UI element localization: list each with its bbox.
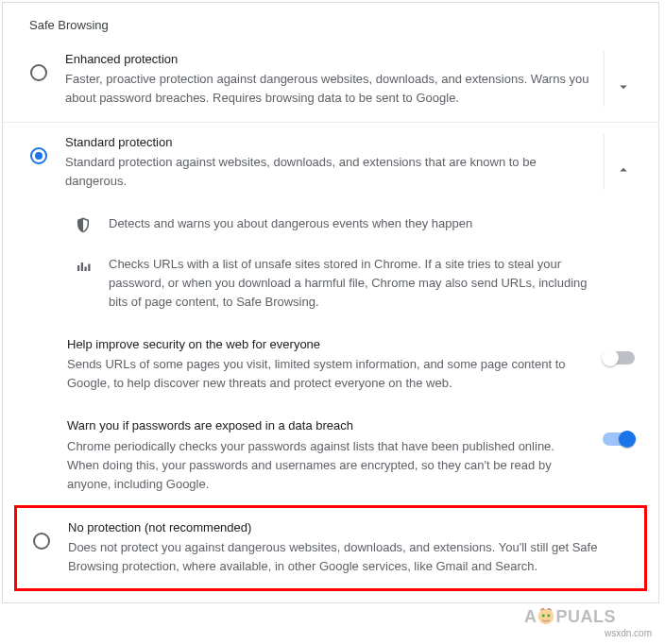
shield-icon (71, 214, 95, 233)
svg-rect-0 (77, 265, 79, 271)
detail-bars: Checks URLs with a list of unsafe sites … (3, 246, 658, 323)
chevron-down-icon[interactable] (615, 78, 632, 95)
help-title: Help improve security on the web for eve… (67, 336, 588, 353)
radio-wrap (24, 134, 54, 164)
sub-text-col: Warn you if passwords are exposed in a d… (67, 417, 598, 494)
chevron-up-icon[interactable] (615, 161, 632, 178)
radio-no-protection[interactable] (33, 533, 50, 550)
expand-enhanced-col (604, 51, 641, 107)
brand-watermark: A PUALS (524, 606, 616, 627)
toggle-col (598, 336, 639, 364)
svg-rect-1 (81, 263, 83, 271)
option-body: No protection (not recommended) Does not… (57, 519, 629, 575)
warn-title: Warn you if passwords are exposed in a d… (67, 417, 588, 434)
option-body: Standard protection Standard protection … (54, 134, 598, 190)
brand-pre: A (524, 607, 537, 627)
brand-post: PUALS (555, 607, 616, 627)
radio-standard[interactable] (30, 147, 47, 164)
svg-point-4 (538, 609, 554, 625)
option-enhanced[interactable]: Enhanced protection Faster, proactive pr… (3, 40, 658, 123)
enhanced-desc: Faster, proactive protection against dan… (65, 70, 598, 107)
toggle-help-improve[interactable] (603, 351, 635, 364)
none-desc: Does not protect you against dangerous w… (68, 538, 629, 575)
warn-desc: Chrome periodically checks your password… (67, 437, 588, 494)
sub-warn-passwords: Warn you if passwords are exposed in a d… (3, 404, 658, 505)
none-title: No protection (not recommended) (68, 519, 629, 536)
svg-rect-3 (88, 263, 90, 271)
safe-browsing-card: Safe Browsing Enhanced protection Faster… (2, 2, 659, 603)
standard-title: Standard protection (65, 134, 598, 151)
radio-wrap (24, 51, 54, 81)
svg-point-6 (548, 615, 551, 618)
option-no-protection[interactable]: No protection (not recommended) Does not… (17, 508, 644, 588)
section-title: Safe Browsing (3, 3, 658, 40)
mascot-icon (536, 606, 556, 627)
bars-icon (71, 255, 95, 274)
option-body: Enhanced protection Faster, proactive pr… (54, 51, 598, 107)
toggle-col (598, 417, 639, 446)
help-desc: Sends URLs of some pages you visit, limi… (67, 355, 588, 393)
expand-standard-col (604, 134, 641, 190)
sub-help-improve: Help improve security on the web for eve… (3, 323, 658, 404)
radio-enhanced[interactable] (30, 64, 47, 81)
detail-shield-text: Detects and warns you about dangerous ev… (95, 214, 607, 233)
radio-wrap (26, 519, 57, 550)
option-standard[interactable]: Standard protection Standard protection … (3, 123, 658, 205)
site-watermark: wsxdn.com (605, 628, 652, 638)
detail-bars-text: Checks URLs with a list of unsafe sites … (95, 255, 607, 312)
svg-rect-2 (85, 266, 87, 271)
standard-desc: Standard protection against websites, do… (65, 153, 598, 190)
highlight-no-protection: No protection (not recommended) Does not… (14, 505, 647, 591)
enhanced-title: Enhanced protection (65, 51, 598, 68)
detail-shield: Detects and warns you about dangerous ev… (3, 205, 658, 245)
svg-point-5 (542, 615, 545, 618)
toggle-warn-passwords[interactable] (603, 432, 635, 446)
sub-text-col: Help improve security on the web for eve… (67, 336, 598, 393)
